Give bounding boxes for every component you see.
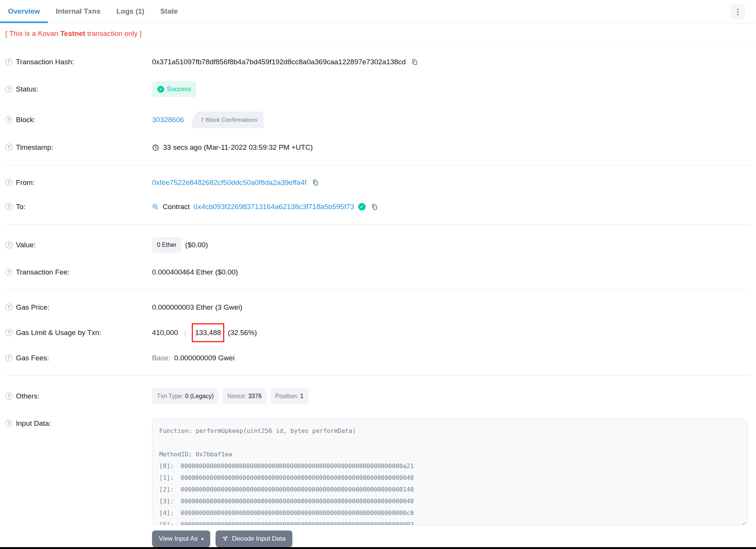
help-icon[interactable]: ? [5, 241, 12, 248]
row-input-data: ? Input Data: Function: performUpkeep(ui… [5, 411, 751, 549]
section-gas: ? Gas Price: 0.000000003 Ether (3 Gwei) … [0, 290, 756, 375]
block-number-link[interactable]: 30328606 [152, 115, 184, 125]
input-data-label: Input Data: [16, 419, 51, 428]
to-contract-prefix: Contract [163, 202, 190, 212]
annotation-highlight: 133,488 [192, 323, 225, 342]
section-value-fee: ? Value: 0 Ether ($0.00) ? Transaction F… [0, 225, 756, 290]
blank-line [159, 437, 740, 448]
row-gas-limit-usage: ? Gas Limit & Usage by Txn: 410,000 | 13… [5, 319, 751, 346]
gas-fees-label: Gas Fees: [16, 353, 49, 363]
tab-overview[interactable]: Overview [0, 0, 48, 23]
input-word-row: [5]:000000000000000000000000000000000000… [159, 519, 740, 525]
help-icon[interactable]: ? [5, 329, 12, 336]
help-icon[interactable]: ? [5, 354, 12, 361]
row-others: ? Others: Txn Type: 0 (Legacy) Nonce: 33… [5, 381, 751, 411]
gas-price-label: Gas Price: [16, 302, 50, 312]
input-function-line: Function: performUpkeep(uint256 id, byte… [159, 425, 740, 437]
row-to: ? To: Contract 0x4cb093f226983713164a621… [5, 195, 751, 219]
help-icon[interactable]: ? [5, 144, 12, 151]
input-word-row: [4]:000000000000000000000000000000000000… [159, 507, 740, 519]
row-from: ? From: 0xfee7522e8482682cf50ddc50a0f8da… [5, 171, 751, 195]
section-addresses: ? From: 0xfee7522e8482682cf50ddc50a0f8da… [0, 165, 756, 224]
position-badge: Position: 1 [270, 388, 309, 404]
row-value: ? Value: 0 Ether ($0.00) [5, 230, 751, 260]
input-word-row: [3]:000000000000000000000000000000000000… [159, 495, 740, 507]
copy-icon[interactable] [371, 203, 378, 210]
help-icon[interactable]: ? [5, 203, 12, 210]
help-icon[interactable]: ? [5, 304, 12, 311]
gas-price-value: 0.000000003 Ether (3 Gwei) [152, 302, 242, 312]
view-input-as-button[interactable]: View Input As▾ [152, 530, 210, 547]
verified-contract-icon: ✓ [358, 203, 366, 211]
tab-state[interactable]: State [152, 0, 186, 23]
magnifier-plus-icon[interactable] [152, 203, 159, 210]
transaction-fee-label: Transaction Fee: [16, 267, 70, 277]
timestamp-value: 33 secs ago (Mar-11-2022 03:59:32 PM +UT… [163, 143, 313, 152]
copy-icon[interactable] [312, 179, 319, 186]
row-status: ? Status: ✓ Success [5, 74, 751, 104]
block-label: Block: [16, 115, 36, 125]
row-transaction-hash: ? Transaction Hash: 0x371a51097fb78df856… [5, 50, 751, 74]
help-icon[interactable]: ? [5, 420, 12, 427]
gas-limit-label: Gas Limit & Usage by Txn: [16, 328, 101, 338]
window-bottom-edge [0, 547, 756, 549]
gas-limit-value: 410,000 [152, 328, 178, 338]
gas-used-percent: (32.56%) [228, 328, 257, 338]
input-methodid-line: MethodID: 0x7bbaf1ea [159, 448, 740, 460]
value-badge: 0 Ether [152, 237, 182, 253]
success-check-icon: ✓ [157, 86, 164, 93]
timestamp-label: Timestamp: [16, 143, 53, 152]
pipe-separator: | [182, 328, 188, 338]
transaction-hash-value: 0x371a51097fb78df856f8b4a7bd459f192d8cc8… [152, 57, 406, 67]
input-data-actions: View Input As▾ Decode Input Data [152, 530, 751, 547]
help-icon[interactable]: ? [5, 179, 12, 186]
from-label: From: [16, 178, 35, 188]
tab-internal-txns[interactable]: Internal Txns [48, 0, 109, 23]
row-block: ? Block: 30328606 7 Block Confirmations [5, 104, 751, 135]
copy-icon[interactable] [411, 59, 418, 65]
kebab-menu-button[interactable]: ⋮ [730, 4, 745, 19]
help-icon[interactable]: ? [5, 392, 12, 400]
input-data-textarea[interactable]: Function: performUpkeep(uint256 id, byte… [152, 419, 748, 525]
help-icon[interactable]: ? [5, 85, 12, 93]
tab-bar: Overview Internal Txns Logs (1) State ⋮ [0, 0, 756, 23]
section-others-input: ? Others: Txn Type: 0 (Legacy) Nonce: 33… [0, 376, 756, 549]
input-word-row: [0]:000000000000000000000000000000000000… [159, 460, 740, 472]
row-gas-price: ? Gas Price: 0.000000003 Ether (3 Gwei) [5, 295, 751, 319]
value-label: Value: [16, 240, 36, 250]
help-icon[interactable]: ? [5, 58, 12, 65]
base-fee-label: Base: [152, 353, 171, 363]
row-gas-fees: ? Gas Fees: Base: 0.000000009 Gwei [5, 346, 751, 370]
to-label: To: [16, 202, 25, 212]
input-word-row: [2]:000000000000000000000000000000000000… [159, 484, 740, 495]
input-word-row: [1]:000000000000000000000000000000000000… [159, 472, 740, 484]
clock-icon [152, 144, 159, 151]
section-overview-top: ? Transaction Hash: 0x371a51097fb78df856… [0, 45, 756, 165]
to-address-link[interactable]: 0x4cb093f226983713164a62138c3f718a5b595f… [194, 202, 354, 212]
transaction-fee-value: 0.000400464 Ether ($0.00) [152, 267, 238, 277]
help-icon[interactable]: ? [5, 116, 12, 123]
status-label: Status: [16, 84, 38, 94]
from-address-link[interactable]: 0xfee7522e8482682cf50ddc50a0f8da2a39effa… [152, 178, 307, 188]
row-transaction-fee: ? Transaction Fee: 0.000400464 Ether ($0… [5, 260, 751, 284]
kebab-icon: ⋮ [734, 8, 742, 16]
transaction-hash-label: Transaction Hash: [16, 57, 74, 67]
value-usd: ($0.00) [185, 240, 208, 250]
help-icon[interactable]: ? [5, 268, 12, 276]
transaction-details-page: Overview Internal Txns Logs (1) State ⋮ … [0, 0, 756, 549]
testnet-notice: [ This is a Kovan Testnet transaction on… [0, 23, 756, 45]
block-confirmations-badge: 7 Block Confirmations [192, 112, 264, 128]
nonce-badge: Nonce: 3376 [222, 388, 267, 404]
resize-grip-icon[interactable] [740, 518, 745, 523]
base-fee-value: 0.000000009 Gwei [174, 353, 235, 363]
row-timestamp: ? Timestamp: 33 secs ago (Mar-11-2022 03… [5, 135, 751, 160]
gas-used-value: 133,488 [195, 329, 221, 337]
decode-input-data-button[interactable]: Decode Input Data [216, 530, 292, 547]
tab-logs[interactable]: Logs (1) [109, 0, 152, 23]
others-label: Others: [16, 391, 39, 401]
txn-type-badge: Txn Type: 0 (Legacy) [152, 388, 219, 404]
decode-icon [222, 536, 228, 542]
chevron-down-icon: ▾ [201, 537, 204, 541]
status-badge: ✓ Success [152, 81, 196, 97]
